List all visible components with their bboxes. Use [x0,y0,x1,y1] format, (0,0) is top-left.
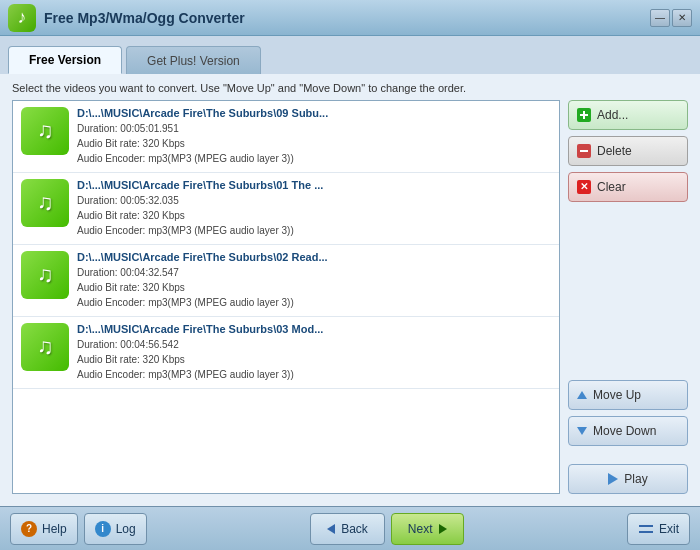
file-meta-2: Duration: 00:04:32.547 Audio Bit rate: 3… [77,265,551,310]
close-button[interactable]: ✕ [672,9,692,27]
file-meta-1: Duration: 00:05:32.035 Audio Bit rate: 3… [77,193,551,238]
info-icon: i [95,521,111,537]
delete-button[interactable]: Delete [568,136,688,166]
file-icon-2: ♫ [21,251,69,299]
clear-button[interactable]: ✕ Clear [568,172,688,202]
bottom-bar: ? Help i Log Back Next Exit [0,506,700,550]
file-name-3: D:\...\MUSIC\Arcade Fire\The Suburbs\03 … [77,323,551,335]
help-button[interactable]: ? Help [10,513,78,545]
file-icon-0: ♫ [21,107,69,155]
x-icon: ✕ [577,180,591,194]
list-item[interactable]: ♫ D:\...\MUSIC\Arcade Fire\The Suburbs\0… [13,101,559,173]
title-bar: ♪ Free Mp3/Wma/Ogg Converter — ✕ [0,0,700,36]
instruction-text: Select the videos you want to convert. U… [12,82,688,94]
tab-free-version[interactable]: Free Version [8,46,122,74]
arrow-down-icon [577,427,587,435]
back-button[interactable]: Back [310,513,385,545]
file-meta-3: Duration: 00:04:56.542 Audio Bit rate: 3… [77,337,551,382]
add-button[interactable]: Add... [568,100,688,130]
main-content: Select the videos you want to convert. U… [0,74,700,506]
app-icon: ♪ [8,4,36,32]
plus-icon [577,108,591,122]
file-icon-3: ♫ [21,323,69,371]
move-down-button[interactable]: Move Down [568,416,688,446]
next-button[interactable]: Next [391,513,464,545]
exit-icon [638,523,654,535]
file-name-0: D:\...\MUSIC\Arcade Fire\The Suburbs\09 … [77,107,551,119]
move-up-button[interactable]: Move Up [568,380,688,410]
minus-icon [577,144,591,158]
file-icon-1: ♫ [21,179,69,227]
file-name-1: D:\...\MUSIC\Arcade Fire\The Suburbs\01 … [77,179,551,191]
help-icon: ? [21,521,37,537]
list-item[interactable]: ♫ D:\...\MUSIC\Arcade Fire\The Suburbs\0… [13,245,559,317]
content-area: ♫ D:\...\MUSIC\Arcade Fire\The Suburbs\0… [12,100,688,494]
window-controls: — ✕ [650,9,692,27]
file-list[interactable]: ♫ D:\...\MUSIC\Arcade Fire\The Suburbs\0… [12,100,560,494]
file-name-2: D:\...\MUSIC\Arcade Fire\The Suburbs\02 … [77,251,551,263]
list-item[interactable]: ♫ D:\...\MUSIC\Arcade Fire\The Suburbs\0… [13,317,559,389]
tab-plus-version[interactable]: Get Plus! Version [126,46,261,74]
app-title: Free Mp3/Wma/Ogg Converter [44,10,650,26]
tabs-row: Free Version Get Plus! Version [0,36,700,74]
right-panel: Add... Delete ✕ Clear Move Up Move Down [568,100,688,494]
file-meta-0: Duration: 00:05:01.951 Audio Bit rate: 3… [77,121,551,166]
play-button[interactable]: Play [568,464,688,494]
log-button[interactable]: i Log [84,513,147,545]
back-arrow-icon [327,524,335,534]
exit-button[interactable]: Exit [627,513,690,545]
play-icon [608,473,618,485]
list-item[interactable]: ♫ D:\...\MUSIC\Arcade Fire\The Suburbs\0… [13,173,559,245]
arrow-up-icon [577,391,587,399]
minimize-button[interactable]: — [650,9,670,27]
next-arrow-icon [439,524,447,534]
